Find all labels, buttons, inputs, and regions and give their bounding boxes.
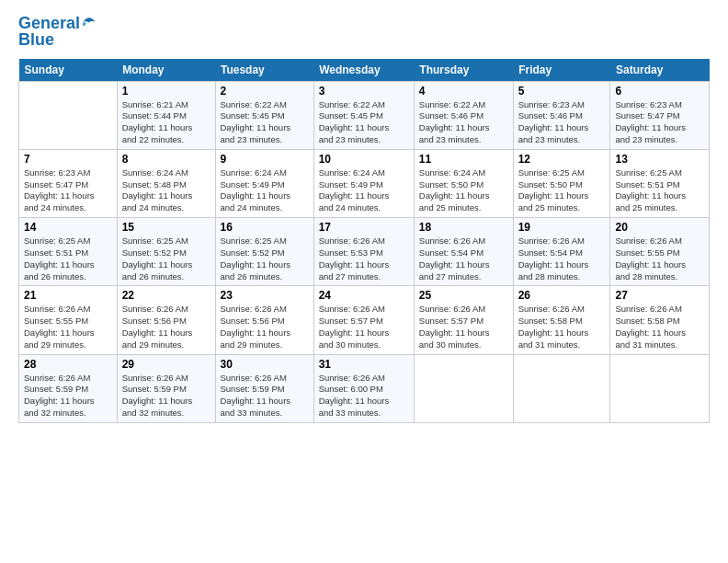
- day-number: 27: [615, 289, 704, 302]
- day-info: Sunrise: 6:26 AM Sunset: 6:00 PM Dayligh…: [319, 373, 409, 419]
- day-cell: 20Sunrise: 6:26 AM Sunset: 5:55 PM Dayli…: [610, 218, 710, 286]
- day-cell: 22Sunrise: 6:26 AM Sunset: 5:56 PM Dayli…: [117, 286, 215, 354]
- day-info: Sunrise: 6:26 AM Sunset: 5:54 PM Dayligh…: [419, 236, 508, 282]
- day-number: 25: [419, 289, 508, 302]
- day-info: Sunrise: 6:24 AM Sunset: 5:49 PM Dayligh…: [319, 167, 409, 214]
- day-cell: 11Sunrise: 6:24 AM Sunset: 5:50 PM Dayli…: [414, 149, 513, 217]
- day-number: 21: [24, 289, 112, 302]
- day-info: Sunrise: 6:26 AM Sunset: 5:54 PM Dayligh…: [518, 236, 606, 282]
- day-number: 3: [319, 85, 409, 98]
- day-info: Sunrise: 6:21 AM Sunset: 5:44 PM Dayligh…: [122, 99, 210, 146]
- day-cell: 9Sunrise: 6:24 AM Sunset: 5:49 PM Daylig…: [215, 149, 313, 217]
- day-cell: 19Sunrise: 6:26 AM Sunset: 5:54 PM Dayli…: [513, 218, 610, 286]
- day-number: 20: [615, 221, 704, 234]
- day-info: Sunrise: 6:26 AM Sunset: 5:55 PM Dayligh…: [615, 236, 704, 282]
- day-info: Sunrise: 6:26 AM Sunset: 5:58 PM Dayligh…: [615, 304, 704, 350]
- day-info: Sunrise: 6:26 AM Sunset: 5:57 PM Dayligh…: [419, 304, 508, 350]
- column-header-wednesday: Wednesday: [313, 59, 414, 82]
- day-cell: 8Sunrise: 6:24 AM Sunset: 5:48 PM Daylig…: [117, 149, 215, 217]
- day-number: 4: [419, 85, 508, 98]
- day-info: Sunrise: 6:26 AM Sunset: 5:53 PM Dayligh…: [319, 236, 409, 282]
- day-number: 8: [122, 153, 210, 166]
- day-info: Sunrise: 6:25 AM Sunset: 5:52 PM Dayligh…: [221, 236, 309, 282]
- day-cell: 7Sunrise: 6:23 AM Sunset: 5:47 PM Daylig…: [19, 149, 118, 217]
- day-number: 23: [221, 289, 309, 302]
- day-cell: 13Sunrise: 6:25 AM Sunset: 5:51 PM Dayli…: [610, 149, 710, 217]
- day-number: 16: [221, 221, 309, 234]
- header: General Blue: [18, 15, 710, 50]
- day-info: Sunrise: 6:26 AM Sunset: 5:58 PM Dayligh…: [518, 304, 606, 350]
- column-header-thursday: Thursday: [414, 59, 513, 82]
- week-row-1: 1Sunrise: 6:21 AM Sunset: 5:44 PM Daylig…: [19, 81, 710, 149]
- day-number: 12: [518, 153, 606, 166]
- logo-bird-icon: [81, 16, 97, 32]
- day-cell: [19, 81, 118, 149]
- column-header-friday: Friday: [513, 59, 610, 82]
- day-info: Sunrise: 6:26 AM Sunset: 5:59 PM Dayligh…: [122, 373, 210, 419]
- day-info: Sunrise: 6:23 AM Sunset: 5:46 PM Dayligh…: [518, 99, 606, 146]
- day-cell: 18Sunrise: 6:26 AM Sunset: 5:54 PM Dayli…: [414, 218, 513, 286]
- day-cell: [513, 354, 610, 422]
- day-info: Sunrise: 6:26 AM Sunset: 5:55 PM Dayligh…: [24, 304, 112, 350]
- day-cell: 2Sunrise: 6:22 AM Sunset: 5:45 PM Daylig…: [215, 81, 313, 149]
- day-cell: 30Sunrise: 6:26 AM Sunset: 5:59 PM Dayli…: [215, 354, 313, 422]
- logo-text-line2: Blue: [18, 31, 97, 50]
- day-cell: 12Sunrise: 6:25 AM Sunset: 5:50 PM Dayli…: [513, 149, 610, 217]
- day-cell: 16Sunrise: 6:25 AM Sunset: 5:52 PM Dayli…: [215, 218, 313, 286]
- day-cell: 17Sunrise: 6:26 AM Sunset: 5:53 PM Dayli…: [313, 218, 414, 286]
- day-cell: [610, 354, 710, 422]
- day-cell: [414, 354, 513, 422]
- day-cell: 21Sunrise: 6:26 AM Sunset: 5:55 PM Dayli…: [19, 286, 118, 354]
- day-number: 17: [319, 221, 409, 234]
- day-number: 5: [518, 85, 606, 98]
- day-number: 24: [319, 289, 409, 302]
- day-cell: 27Sunrise: 6:26 AM Sunset: 5:58 PM Dayli…: [610, 286, 710, 354]
- day-cell: 26Sunrise: 6:26 AM Sunset: 5:58 PM Dayli…: [513, 286, 610, 354]
- page: General Blue SundayMondayTuesdayWednesda…: [0, 0, 728, 563]
- day-number: 7: [24, 153, 112, 166]
- day-info: Sunrise: 6:22 AM Sunset: 5:46 PM Dayligh…: [419, 99, 508, 146]
- day-number: 1: [122, 85, 210, 98]
- column-header-monday: Monday: [117, 59, 215, 82]
- day-cell: 28Sunrise: 6:26 AM Sunset: 5:59 PM Dayli…: [19, 354, 118, 422]
- day-cell: 5Sunrise: 6:23 AM Sunset: 5:46 PM Daylig…: [513, 81, 610, 149]
- day-info: Sunrise: 6:26 AM Sunset: 5:56 PM Dayligh…: [221, 304, 309, 350]
- column-header-saturday: Saturday: [610, 59, 710, 82]
- day-info: Sunrise: 6:24 AM Sunset: 5:50 PM Dayligh…: [419, 167, 508, 214]
- day-number: 26: [518, 289, 606, 302]
- day-cell: 10Sunrise: 6:24 AM Sunset: 5:49 PM Dayli…: [313, 149, 414, 217]
- day-info: Sunrise: 6:23 AM Sunset: 5:47 PM Dayligh…: [615, 99, 704, 146]
- day-cell: 25Sunrise: 6:26 AM Sunset: 5:57 PM Dayli…: [414, 286, 513, 354]
- day-cell: 14Sunrise: 6:25 AM Sunset: 5:51 PM Dayli…: [19, 218, 118, 286]
- day-info: Sunrise: 6:26 AM Sunset: 5:56 PM Dayligh…: [122, 304, 210, 350]
- week-row-5: 28Sunrise: 6:26 AM Sunset: 5:59 PM Dayli…: [19, 354, 710, 422]
- day-cell: 23Sunrise: 6:26 AM Sunset: 5:56 PM Dayli…: [215, 286, 313, 354]
- day-info: Sunrise: 6:26 AM Sunset: 5:57 PM Dayligh…: [319, 304, 409, 350]
- day-cell: 1Sunrise: 6:21 AM Sunset: 5:44 PM Daylig…: [117, 81, 215, 149]
- day-number: 18: [419, 221, 508, 234]
- day-number: 6: [615, 85, 704, 98]
- day-cell: 6Sunrise: 6:23 AM Sunset: 5:47 PM Daylig…: [610, 81, 710, 149]
- calendar-table: SundayMondayTuesdayWednesdayThursdayFrid…: [18, 59, 710, 423]
- day-number: 28: [24, 358, 112, 371]
- day-info: Sunrise: 6:24 AM Sunset: 5:48 PM Dayligh…: [122, 167, 210, 214]
- day-number: 14: [24, 221, 112, 234]
- day-info: Sunrise: 6:22 AM Sunset: 5:45 PM Dayligh…: [221, 99, 309, 146]
- day-info: Sunrise: 6:23 AM Sunset: 5:47 PM Dayligh…: [24, 167, 112, 214]
- week-row-2: 7Sunrise: 6:23 AM Sunset: 5:47 PM Daylig…: [19, 149, 710, 217]
- column-header-sunday: Sunday: [19, 59, 118, 82]
- day-number: 29: [122, 358, 210, 371]
- day-cell: 3Sunrise: 6:22 AM Sunset: 5:45 PM Daylig…: [313, 81, 414, 149]
- day-number: 2: [221, 85, 309, 98]
- day-info: Sunrise: 6:22 AM Sunset: 5:45 PM Dayligh…: [319, 99, 409, 146]
- day-number: 11: [419, 153, 508, 166]
- day-number: 19: [518, 221, 606, 234]
- day-info: Sunrise: 6:25 AM Sunset: 5:51 PM Dayligh…: [24, 236, 112, 282]
- header-row: SundayMondayTuesdayWednesdayThursdayFrid…: [19, 59, 710, 82]
- day-cell: 4Sunrise: 6:22 AM Sunset: 5:46 PM Daylig…: [414, 81, 513, 149]
- day-number: 9: [221, 153, 309, 166]
- logo: General Blue: [18, 15, 97, 50]
- week-row-3: 14Sunrise: 6:25 AM Sunset: 5:51 PM Dayli…: [19, 218, 710, 286]
- day-number: 13: [615, 153, 704, 166]
- day-info: Sunrise: 6:26 AM Sunset: 5:59 PM Dayligh…: [221, 373, 309, 419]
